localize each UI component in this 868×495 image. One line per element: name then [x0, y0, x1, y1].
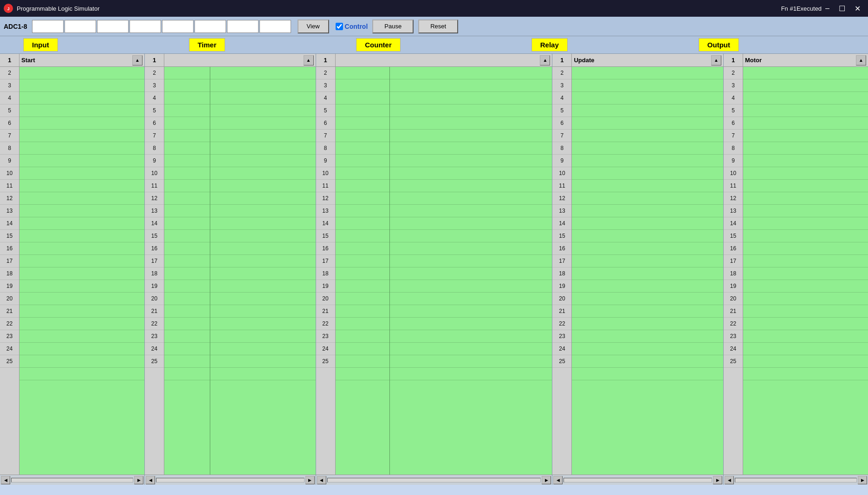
list-item [336, 205, 552, 217]
control-group: Control [336, 23, 368, 30]
list-item [164, 230, 316, 242]
section-label-output: Output [699, 38, 739, 52]
input-scroll-up[interactable]: ▲ [132, 55, 143, 65]
list-item [336, 92, 552, 104]
relay-num-header: 1 [552, 54, 571, 67]
adc-box-8[interactable] [259, 20, 291, 33]
list-item [336, 318, 552, 330]
output-scroll-track[interactable] [735, 478, 857, 482]
counter-scroll-up[interactable]: ▲ [540, 55, 550, 65]
app-icon: J [4, 4, 13, 13]
section-label-relay: Relay [531, 38, 568, 52]
output-rows [743, 67, 868, 475]
section-headers: Input Timer Counter Relay Output [0, 36, 868, 54]
list-item [19, 117, 144, 130]
list-item [164, 117, 316, 130]
relay-scroll-track[interactable] [564, 478, 712, 482]
list-item [336, 192, 552, 205]
list-item [19, 318, 144, 330]
pause-button[interactable]: Pause [372, 20, 414, 33]
control-checkbox[interactable] [336, 23, 343, 30]
input-scroll-track[interactable] [11, 478, 133, 482]
list-item [743, 167, 868, 180]
list-item [572, 255, 723, 267]
list-item [164, 267, 316, 280]
panel-input: 1 2 3 4 5 6 7 8 9 10 11 12 13 14 15 16 1… [0, 54, 145, 485]
app-title: Programmable Logic Simulator [17, 5, 774, 12]
section-label-timer: Timer [189, 38, 226, 52]
list-item [572, 79, 723, 92]
adc-box-4[interactable] [130, 20, 161, 33]
adc-box-7[interactable] [227, 20, 259, 33]
list-item [743, 330, 868, 343]
counter-scroll-track[interactable] [327, 478, 541, 482]
section-label-input: Input [23, 38, 58, 52]
list-item [336, 130, 552, 142]
list-item [19, 92, 144, 104]
adc-box-6[interactable] [194, 20, 226, 33]
adc-box-5[interactable] [162, 20, 194, 33]
view-button[interactable]: View [298, 20, 329, 33]
timer-scroll-track[interactable] [156, 478, 304, 482]
adc-box-1[interactable] [32, 20, 64, 33]
list-item [19, 130, 144, 142]
panel-output: 1 2 3 4 5 6 7 8 9 10 11 12 13 14 15 16 1… [724, 54, 868, 485]
list-item [19, 355, 144, 368]
panel-relay: 1 2 3 4 5 6 7 8 9 10 11 12 13 14 15 16 1… [552, 54, 724, 485]
list-item [164, 142, 316, 155]
adc-box-3[interactable] [97, 20, 129, 33]
output-content: Motor ▲ [743, 54, 868, 475]
list-item [19, 217, 144, 230]
list-item [19, 330, 144, 343]
list-item [164, 104, 316, 117]
window-controls: – ☐ ✕ [822, 0, 864, 17]
list-item [743, 368, 868, 380]
input-header: Start ▲ [19, 54, 144, 67]
output-num-header: 1 [724, 54, 743, 67]
list-item [336, 155, 552, 167]
output-scroll-up[interactable]: ▲ [856, 55, 866, 65]
reset-button[interactable]: Reset [418, 20, 458, 33]
input-scroll-right[interactable]: ▶ [134, 476, 143, 484]
counter-scroll-right[interactable]: ▶ [542, 476, 551, 484]
list-item [743, 293, 868, 305]
maximize-button[interactable]: ☐ [835, 0, 849, 17]
list-item [743, 318, 868, 330]
list-item [572, 205, 723, 217]
list-item [164, 92, 316, 104]
list-item [572, 142, 723, 155]
list-item [336, 142, 552, 155]
list-item [336, 255, 552, 267]
list-item [19, 280, 144, 293]
timer-scroll-up[interactable]: ▲ [304, 55, 314, 65]
list-item [572, 293, 723, 305]
output-header: Motor ▲ [743, 54, 868, 67]
list-item [19, 343, 144, 355]
list-item [743, 130, 868, 142]
output-scroll-right[interactable]: ▶ [858, 476, 867, 484]
adc-boxes [32, 20, 291, 33]
timer-num-header: 1 [145, 54, 164, 67]
list-item [19, 368, 144, 380]
input-scroll-left[interactable]: ◀ [1, 476, 10, 484]
list-item [19, 167, 144, 180]
timer-scroll-left[interactable]: ◀ [146, 476, 155, 484]
relay-scroll-right[interactable]: ▶ [713, 476, 722, 484]
list-item [336, 242, 552, 255]
relay-scrollbar: ◀ ▶ [552, 475, 723, 485]
list-item [164, 343, 316, 355]
list-item [572, 368, 723, 380]
relay-scroll-up[interactable]: ▲ [711, 55, 721, 65]
adc-box-2[interactable] [65, 20, 96, 33]
list-item [743, 67, 868, 79]
counter-scroll-left[interactable]: ◀ [317, 476, 326, 484]
list-item [336, 280, 552, 293]
output-scroll-left[interactable]: ◀ [725, 476, 734, 484]
relay-scroll-left[interactable]: ◀ [553, 476, 563, 484]
timer-num-col: 1 2 3 4 5 6 7 8 9 10 11 12 13 14 15 16 1… [145, 54, 164, 475]
minimize-button[interactable]: – [822, 0, 833, 17]
list-item [164, 318, 316, 330]
close-button[interactable]: ✕ [851, 0, 864, 17]
timer-scroll-right[interactable]: ▶ [305, 476, 315, 484]
list-item [19, 155, 144, 167]
